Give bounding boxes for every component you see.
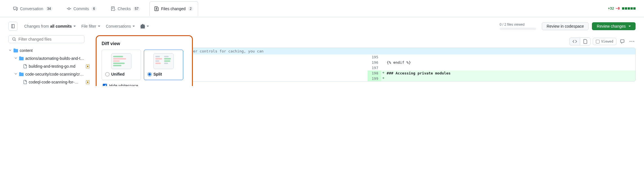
tree-file-label: codeql-code-scanning-for-… <box>29 80 84 84</box>
diff-stat-block <box>633 7 636 10</box>
tab-checks-label: Checks <box>118 6 131 11</box>
tab-files-count: 2 <box>188 6 193 11</box>
folder-icon <box>14 48 18 53</box>
line-number: 196 <box>368 60 381 65</box>
split-preview-icon <box>153 53 174 69</box>
line-number: 199 <box>368 76 381 81</box>
rendered-view-button[interactable] <box>580 38 591 45</box>
file-icon <box>23 80 27 84</box>
tree-folder-content[interactable]: content <box>8 47 90 54</box>
unified-radio[interactable] <box>105 72 109 76</box>
folder-icon <box>19 72 24 76</box>
chevron-down-icon <box>14 56 17 61</box>
review-in-codespace-button[interactable]: Review in codespace <box>542 22 589 30</box>
caret-down-icon <box>98 26 100 27</box>
split-label: Split <box>153 72 162 76</box>
files-viewed-progress: 0 / 2 files viewed <box>500 23 536 30</box>
progress-text: 0 / 2 files viewed <box>500 23 536 27</box>
tab-conversation[interactable]: Conversation 34 <box>8 1 57 16</box>
filter-files-input[interactable] <box>19 37 81 41</box>
diff-stat-block <box>628 7 630 10</box>
caret-down-icon <box>73 26 76 27</box>
comment-discussion-icon <box>13 6 18 11</box>
tree-folder-label: content <box>20 48 90 53</box>
search-icon <box>12 37 16 41</box>
modified-indicator-icon <box>86 80 90 84</box>
git-commit-icon <box>67 6 71 11</box>
review-changes-button[interactable]: Review changes <box>592 22 636 30</box>
diff-stat-block <box>630 7 633 10</box>
progress-bar <box>500 28 536 30</box>
diff-stat-summary: +32 −0 <box>608 6 636 10</box>
diff-stat-block <box>622 7 624 10</box>
tree-file-codeql[interactable]: codeql-code-scanning-for-… <box>8 78 90 86</box>
caret-down-icon <box>133 26 135 27</box>
changes-from-prefix: Changes from <box>24 24 49 28</box>
tree-folder-security[interactable]: code-security/code-scanning/cr… <box>8 70 90 78</box>
diff-view-split-option[interactable]: Split <box>144 50 183 80</box>
line-number: 198 <box>368 71 381 76</box>
gear-icon <box>140 24 145 28</box>
conversations-label: Conversations <box>106 24 131 28</box>
file-icon <box>23 64 27 69</box>
line-content: {% endif %} <box>381 60 635 65</box>
tree-folder-actions[interactable]: actions/automating-builds-and-t… <box>8 54 90 62</box>
tab-files-changed[interactable]: Files changed 2 <box>149 1 198 16</box>
line-content: ### Accessing private modules <box>386 71 635 76</box>
tree-file-building[interactable]: building-and-testing-go.md <box>8 62 90 70</box>
additions-count: +32 <box>608 6 614 10</box>
deletions-count: −0 <box>616 6 620 10</box>
chevron-down-icon <box>8 48 12 53</box>
review-changes-label: Review changes <box>597 24 626 28</box>
comment-icon <box>620 39 625 44</box>
tab-commits-count: 6 <box>91 6 97 11</box>
tree-folder-label: code-security/code-scanning/cr… <box>25 72 90 76</box>
source-view-button[interactable] <box>569 38 580 45</box>
viewed-label: Viewed <box>601 39 613 43</box>
chevron-down-icon <box>14 72 17 76</box>
caret-down-icon <box>629 26 631 27</box>
tab-conversation-count: 34 <box>46 6 53 11</box>
unified-preview-icon <box>111 53 131 69</box>
tab-commits[interactable]: Commits 6 <box>62 1 102 16</box>
line-number: 195 <box>368 54 381 60</box>
checklist-icon <box>111 6 115 11</box>
diff-settings-popover: Diff view Unified <box>96 35 193 86</box>
file-icon <box>583 39 587 44</box>
caret-down-icon <box>147 26 149 27</box>
changes-from-value: all commits <box>50 24 72 28</box>
file-filter-label: File filter <box>81 24 96 28</box>
hide-whitespace-label: Hide whitespace <box>109 83 138 86</box>
file-diff-icon <box>154 6 159 11</box>
viewed-toggle[interactable]: Viewed <box>593 38 616 45</box>
diff-stat-block <box>625 7 627 10</box>
tree-file-label: building-and-testing-go.md <box>29 64 84 69</box>
tab-checks-count: 57 <box>133 6 140 11</box>
file-filter-dropdown[interactable]: File filter <box>79 23 102 30</box>
changes-from-dropdown[interactable]: Changes from all commits <box>22 23 78 30</box>
diff-view-unified-option[interactable]: Unified <box>102 50 141 80</box>
hide-whitespace-option[interactable]: Hide whitespace <box>102 83 187 86</box>
tab-files-label: Files changed <box>161 6 185 11</box>
code-icon <box>573 39 577 44</box>
diff-settings-button[interactable] <box>138 23 151 30</box>
file-comment-button[interactable] <box>619 38 626 45</box>
split-radio[interactable] <box>147 72 152 76</box>
kebab-icon <box>630 39 634 44</box>
conversations-dropdown[interactable]: Conversations <box>104 23 137 30</box>
modified-indicator-icon <box>86 65 90 68</box>
filter-files-input-wrap[interactable] <box>8 35 84 43</box>
hide-whitespace-checkbox[interactable] <box>103 84 107 86</box>
tab-commits-label: Commits <box>73 6 89 11</box>
toggle-file-tree-button[interactable] <box>8 22 17 31</box>
viewed-checkbox[interactable] <box>596 40 600 43</box>
file-kebab-menu[interactable] <box>628 38 636 45</box>
tree-folder-label: actions/automating-builds-and-t… <box>25 56 90 61</box>
popover-title: Diff view <box>102 41 187 46</box>
tab-checks[interactable]: Checks 57 <box>106 1 145 16</box>
line-number: 197 <box>368 65 381 71</box>
tab-conversation-label: Conversation <box>20 6 43 11</box>
unified-label: Unified <box>111 72 124 76</box>
folder-icon <box>19 56 24 61</box>
